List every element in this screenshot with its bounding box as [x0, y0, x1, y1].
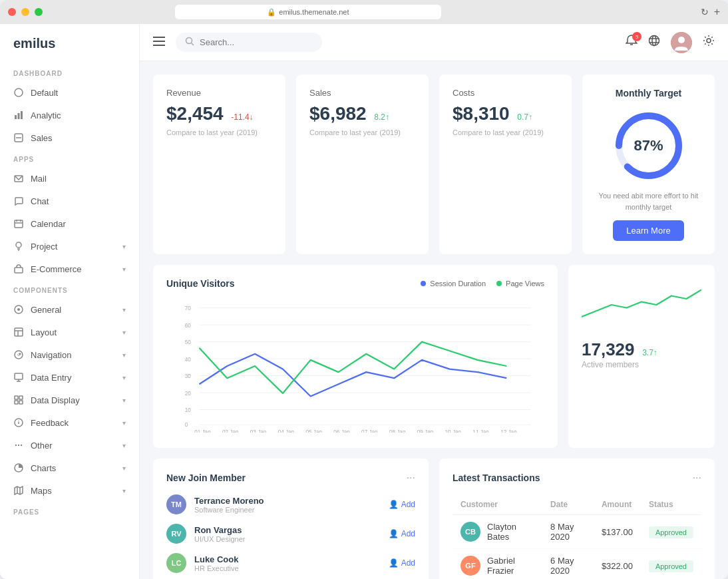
add-member-button[interactable]: 👤 Add [389, 529, 415, 538]
chevron-down-icon: ▾ [122, 397, 126, 404]
add-icon: 👤 [389, 529, 399, 538]
legend-dot-pageviews [496, 281, 502, 286]
new-join-more-button[interactable]: ··· [407, 472, 415, 484]
monthly-target-card: Monthly Target 87% You need abit more ef… [582, 75, 715, 254]
section-label-dashboard: DASHBOARD [0, 63, 139, 81]
sidebar-item-analytic[interactable]: Analytic [0, 104, 139, 126]
sidebar-item-charts[interactable]: Charts ▾ [0, 457, 139, 479]
member-role: HR Executive [194, 564, 381, 572]
chevron-down-icon: ▾ [122, 487, 126, 494]
svg-text:12 Jan: 12 Jan [500, 429, 517, 433]
stat-change: -11.4↓ [231, 112, 253, 122]
member-name: Ron Vargas [194, 525, 381, 535]
sidebar-item-data-display[interactable]: Data Display ▾ [0, 389, 139, 411]
sidebar-item-other[interactable]: Other ▾ [0, 434, 139, 457]
learn-more-button[interactable]: Learn More [613, 220, 683, 241]
svg-text:09 Jan: 09 Jan [417, 429, 434, 433]
cell-date: 6 May 2020 [542, 549, 594, 580]
customer-avatar: GF [460, 556, 480, 576]
stat-value: $8,310 [453, 103, 510, 124]
language-button[interactable] [648, 35, 660, 50]
stat-compare: Compare to last year (2019) [309, 128, 415, 136]
svg-point-41 [186, 38, 192, 44]
col-status: Status [641, 494, 701, 515]
svg-text:03 Jan: 03 Jan [250, 429, 267, 433]
refresh-button[interactable]: ↻ [701, 7, 709, 17]
chart-title: Unique Visitors [166, 278, 234, 289]
menu-button[interactable] [153, 35, 165, 49]
search-input[interactable] [200, 37, 306, 47]
sidebar-item-calendar[interactable]: Calendar [0, 212, 139, 235]
notification-button[interactable]: 5 [626, 35, 637, 50]
charts-row: Unique Visitors Session Duration Page Vi… [153, 265, 715, 448]
stat-value: $6,982 [309, 103, 367, 124]
member-avatar: LC [166, 553, 186, 573]
svg-rect-29 [19, 401, 23, 404]
new-join-title: New Join Member [166, 473, 246, 483]
stat-title: Sales [309, 88, 415, 98]
cell-amount: $322.00 [594, 549, 641, 580]
stat-card-sales: Sales $6,982 8.2↑ Compare to last year (… [296, 75, 429, 254]
cell-status: Approved [641, 549, 701, 580]
sidebar-item-maps[interactable]: Maps ▾ [0, 479, 139, 502]
sidebar-item-chat[interactable]: Chat [0, 190, 139, 212]
member-info: Ron Vargas UI/UX Designer [194, 525, 381, 543]
chevron-down-icon: ▾ [122, 351, 126, 359]
unique-visitors-card: Unique Visitors Session Duration Page Vi… [153, 265, 558, 448]
sidebar-item-label: Layout [31, 327, 116, 337]
minimize-dot[interactable] [21, 8, 29, 16]
search-box [176, 33, 322, 52]
avatar[interactable] [671, 32, 692, 53]
sidebar-item-mail[interactable]: Mail [0, 167, 139, 190]
stat-compare: Compare to last year (2019) [453, 128, 558, 136]
sidebar-item-layout[interactable]: Layout ▾ [0, 321, 139, 343]
cell-status: Approved [641, 515, 701, 549]
table-row: GF Gabriel Frazier 6 May 2020 $322.00 Ap… [453, 549, 701, 580]
svg-text:10: 10 [185, 407, 192, 413]
chevron-down-icon: ▾ [122, 243, 126, 250]
sidebar-item-default[interactable]: Default [0, 81, 139, 104]
sidebar-item-label: Chat [31, 196, 126, 206]
svg-text:20: 20 [185, 391, 192, 397]
add-member-button[interactable]: 👤 Add [389, 500, 415, 509]
active-members-card: 17,329 3.7↑ Active members [568, 265, 715, 448]
add-member-button[interactable]: 👤 Add [389, 558, 415, 568]
settings-button[interactable] [703, 35, 715, 50]
lightbulb-icon [13, 241, 24, 252]
svg-text:0: 0 [185, 422, 188, 428]
circle-dot-icon [13, 304, 24, 315]
sidebar-item-label: Feedback [31, 418, 116, 428]
sidebar-item-data-entry[interactable]: Data Entry ▾ [0, 366, 139, 389]
svg-text:06 Jan: 06 Jan [333, 429, 350, 433]
members-label: Active members [582, 360, 701, 369]
cell-amount: $137.00 [594, 515, 641, 549]
visitors-chart-svg: 70 60 50 40 30 20 10 0 [166, 299, 544, 433]
sidebar-item-ecommerce[interactable]: E-Commerce ▾ [0, 258, 139, 280]
member-role: Software Engineer [194, 506, 381, 514]
search-icon [185, 37, 194, 48]
sidebar-item-feedback[interactable]: Feedback ▾ [0, 411, 139, 434]
svg-point-32 [15, 445, 17, 446]
sidebar-item-label: Calendar [31, 219, 126, 229]
sidebar-item-general[interactable]: General ▾ [0, 298, 139, 321]
close-dot[interactable] [8, 8, 16, 16]
sidebar-item-project[interactable]: Project ▾ [0, 235, 139, 258]
sidebar-item-label: Mail [31, 174, 126, 184]
new-tab-button[interactable]: + [714, 6, 720, 18]
sidebar-item-sales[interactable]: Sales [0, 126, 139, 149]
sidebar-item-navigation[interactable]: Navigation ▾ [0, 343, 139, 366]
transactions-more-button[interactable]: ··· [693, 472, 701, 484]
members-count: 17,329 [582, 339, 635, 360]
sidebar-item-label: Default [31, 88, 126, 98]
maximize-dot[interactable] [35, 8, 43, 16]
member-avatar: RV [166, 524, 186, 544]
new-join-header: New Join Member ··· [166, 472, 415, 484]
legend-pageviews: Page Views [496, 280, 544, 288]
members-sparkline [582, 278, 701, 331]
col-date: Date [542, 494, 594, 515]
svg-rect-17 [15, 328, 23, 336]
chevron-down-icon: ▾ [122, 419, 126, 427]
add-label: Add [401, 529, 415, 538]
svg-point-31 [18, 421, 19, 421]
mail-icon [13, 173, 24, 184]
